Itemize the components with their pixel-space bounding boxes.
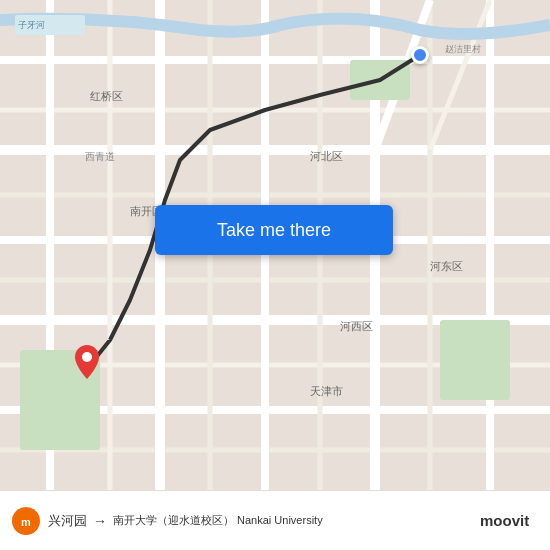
- svg-text:河北区: 河北区: [310, 150, 343, 162]
- route-arrow-icon: →: [93, 513, 107, 529]
- svg-point-36: [82, 352, 92, 362]
- from-station-label: 兴河园: [48, 512, 87, 530]
- svg-rect-26: [440, 320, 510, 400]
- moovit-logo-circle: m: [12, 507, 40, 535]
- origin-marker: [411, 46, 429, 64]
- svg-text:moovit: moovit: [480, 512, 529, 529]
- svg-text:天津市: 天津市: [310, 385, 343, 397]
- destination-marker: [75, 345, 99, 383]
- svg-text:赵洁里村: 赵洁里村: [445, 44, 481, 54]
- svg-text:红桥区: 红桥区: [90, 90, 123, 102]
- to-station-label: 南开大学（迎水道校区） Nankai University: [113, 513, 323, 528]
- svg-text:子牙河: 子牙河: [18, 20, 45, 30]
- footer: m 兴河园 → 南开大学（迎水道校区） Nankai University mo…: [0, 490, 550, 550]
- svg-text:西青道: 西青道: [85, 151, 115, 162]
- svg-text:河东区: 河东区: [430, 260, 463, 272]
- moovit-text-logo: moovit: [480, 510, 538, 532]
- take-me-there-button[interactable]: Take me there: [155, 205, 393, 255]
- footer-route: 兴河园 → 南开大学（迎水道校区） Nankai University: [48, 512, 480, 530]
- svg-text:m: m: [21, 516, 31, 528]
- svg-text:河西区: 河西区: [340, 320, 373, 332]
- map-container: 红桥区 西青道 南开区 河北区 河东区 河西区 天津市 赵洁里村 子牙河 Tak…: [0, 0, 550, 490]
